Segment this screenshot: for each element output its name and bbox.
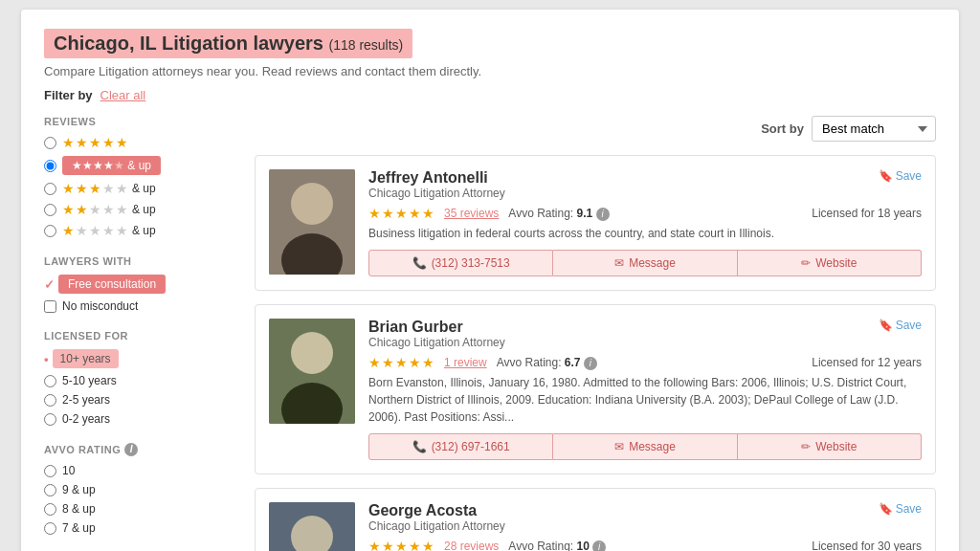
- phone-button-0[interactable]: 📞 (312) 313-7513: [368, 250, 553, 276]
- filter-4-stars[interactable]: ★★★★★ & up: [44, 156, 235, 175]
- lawyer-rating-1: ★ ★ ★ ★ ★ 1 review Avvo Rating: 6.7 i Li…: [368, 355, 922, 370]
- sort-label: Sort by: [761, 121, 804, 136]
- lawyer-header-1: Brian Gurber Chicago Litigation Attorney…: [368, 319, 922, 353]
- avatar-0: [269, 169, 355, 275]
- lawyer-name-0: Jeffrey Antonelli: [368, 169, 505, 187]
- phone-button-1[interactable]: 📞 (312) 697-1661: [368, 433, 553, 460]
- save-button-0[interactable]: 🔖 Save: [879, 169, 922, 183]
- sidebar-section-lawyers-with: LAWYERS WITH ✓ Free consultation No misc…: [44, 255, 235, 313]
- stars-5: ★ ★ ★ ★ ★: [62, 135, 128, 150]
- lawyer-rating-2: ★ ★ ★ ★ ★ 28 reviews Avvo Rating: 10 i L…: [368, 539, 922, 551]
- page-wrapper: Chicago, IL Litigation lawyers (118 resu…: [21, 10, 959, 551]
- website-button-1[interactable]: ✏ Website: [738, 433, 922, 460]
- sidebar: REVIEWS ★ ★ ★ ★ ★ ★★★★★ & up: [44, 116, 235, 551]
- sort-select[interactable]: Best match Most reviewed Highest rating: [812, 116, 936, 142]
- filter-5-10-years[interactable]: 5-10 years: [44, 374, 235, 387]
- avvo-info-icon-0[interactable]: i: [596, 208, 610, 221]
- message-button-1[interactable]: ✉ Message: [553, 433, 737, 460]
- lawyers-with-title: LAWYERS WITH: [44, 255, 235, 267]
- sidebar-section-reviews: REVIEWS ★ ★ ★ ★ ★ ★★★★★ & up: [44, 116, 235, 238]
- lawyer-name-1: Brian Gurber: [368, 319, 505, 336]
- licensed-for-title: LICENSED FOR: [44, 330, 235, 342]
- page-title-text: Chicago, IL Litigation lawyers: [54, 33, 323, 54]
- avatar-2: [269, 502, 355, 551]
- avvo-rating-info-icon[interactable]: i: [124, 443, 138, 456]
- filter-rating-7-radio[interactable]: [44, 522, 56, 535]
- lawyer-card-2: George Acosta Chicago Litigation Attorne…: [255, 488, 936, 551]
- filter-2-5-years-radio[interactable]: [44, 394, 56, 407]
- lawyer-photo-2: [269, 502, 355, 551]
- lawyer-title-1: Chicago Litigation Attorney: [368, 336, 505, 349]
- filter-5-stars-radio[interactable]: [44, 137, 56, 149]
- lawyer-rating-0: ★ ★ ★ ★ ★ 35 reviews Avvo Rating: 9.1 i …: [368, 206, 922, 221]
- filter-rating-9-up[interactable]: 9 & up: [44, 483, 235, 496]
- lawyer-name-2: George Acosta: [368, 502, 505, 519]
- avvo-rating-1: Avvo Rating: 6.7 i: [497, 356, 597, 370]
- save-button-1[interactable]: 🔖 Save: [879, 319, 922, 332]
- filter-no-misconduct[interactable]: No misconduct: [44, 299, 235, 313]
- page-subtitle: Compare Litigation attorneys near you. R…: [44, 64, 936, 78]
- avvo-rating-2: Avvo Rating: 10 i: [508, 540, 606, 552]
- filter-2-stars[interactable]: ★ ★ ★ ★ ★ & up: [44, 202, 235, 217]
- filter-10plus-years[interactable]: • 10+ years: [44, 349, 235, 368]
- filter-1-star-radio[interactable]: [44, 225, 56, 237]
- avvo-info-icon-1[interactable]: i: [584, 357, 597, 370]
- stars-lawyer-1: ★ ★ ★ ★ ★: [368, 355, 434, 370]
- save-button-2[interactable]: 🔖 Save: [879, 502, 922, 516]
- checkmark-icon: ✓: [44, 277, 55, 292]
- message-button-0[interactable]: ✉ Message: [553, 250, 737, 276]
- sidebar-section-licensed-for: LICENSED FOR • 10+ years 5-10 years 2-5 …: [44, 330, 235, 426]
- free-consultation-tag: Free consultation: [58, 275, 166, 294]
- avatar-1: [269, 319, 355, 424]
- filter-rating-10-radio[interactable]: [44, 465, 56, 477]
- result-count: (118 results): [328, 37, 403, 53]
- 10plus-years-tag: 10+ years: [53, 349, 119, 368]
- lawyer-header-0: Jeffrey Antonelli Chicago Litigation Att…: [368, 169, 922, 204]
- avvo-rating-0: Avvo Rating: 9.1 i: [508, 207, 609, 221]
- review-link-2[interactable]: 28 reviews: [444, 540, 499, 551]
- review-link-1[interactable]: 1 review: [444, 356, 487, 369]
- sidebar-section-avvo-rating: AVVO RATING i 10 9 & up 8 & up 7 &: [44, 443, 235, 535]
- licensed-years-2: Licensed for 30 years: [812, 540, 922, 551]
- filter-3-stars-radio[interactable]: [44, 183, 56, 195]
- action-buttons-0: 📞 (312) 313-7513 ✉ Message ✏ Website: [368, 250, 922, 276]
- sort-bar: Sort by Best match Most reviewed Highest…: [255, 116, 936, 142]
- avvo-info-icon-2[interactable]: i: [592, 540, 606, 552]
- svg-point-1: [291, 183, 333, 225]
- stars-lawyer-2: ★ ★ ★ ★ ★: [368, 539, 434, 551]
- lawyer-title-2: Chicago Litigation Attorney: [368, 519, 505, 533]
- filter-3-stars[interactable]: ★ ★ ★ ★ ★ & up: [44, 181, 235, 196]
- filter-1-star[interactable]: ★ ★ ★ ★ ★ & up: [44, 223, 235, 238]
- licensed-years-1: Licensed for 12 years: [812, 356, 922, 369]
- filter-rating-8-up[interactable]: 8 & up: [44, 502, 235, 516]
- filter-5-stars[interactable]: ★ ★ ★ ★ ★: [44, 135, 235, 150]
- stars-lawyer-0: ★ ★ ★ ★ ★: [368, 206, 434, 221]
- filter-4-stars-radio[interactable]: [44, 160, 56, 172]
- filter-5-10-years-radio[interactable]: [44, 375, 56, 387]
- filter-rating-10[interactable]: 10: [44, 464, 235, 477]
- filter-2-stars-radio[interactable]: [44, 204, 56, 216]
- filter-free-consultation[interactable]: ✓ Free consultation: [44, 275, 235, 294]
- clear-all-link[interactable]: Clear all: [100, 88, 146, 102]
- filter-rating-9-radio[interactable]: [44, 484, 56, 496]
- filter-rating-7-up[interactable]: 7 & up: [44, 521, 235, 535]
- lawyer-title-0: Chicago Litigation Attorney: [368, 187, 505, 200]
- content-area: REVIEWS ★ ★ ★ ★ ★ ★★★★★ & up: [44, 116, 936, 551]
- filter-label: Filter by: [44, 88, 93, 102]
- lawyer-header-2: George Acosta Chicago Litigation Attorne…: [368, 502, 922, 537]
- filter-2-5-years[interactable]: 2-5 years: [44, 393, 235, 407]
- filter-0-2-years[interactable]: 0-2 years: [44, 412, 235, 426]
- svg-point-4: [291, 332, 333, 374]
- review-link-0[interactable]: 35 reviews: [444, 207, 499, 220]
- main-content: Sort by Best match Most reviewed Highest…: [255, 116, 936, 551]
- filter-0-2-years-radio[interactable]: [44, 413, 56, 426]
- action-buttons-1: 📞 (312) 697-1661 ✉ Message ✏ Website: [368, 433, 922, 460]
- filter-4-stars-tag: ★★★★★ & up: [62, 156, 161, 175]
- lawyer-info-2: George Acosta Chicago Litigation Attorne…: [368, 502, 922, 551]
- filter-rating-8-radio[interactable]: [44, 503, 56, 516]
- website-button-0[interactable]: ✏ Website: [738, 250, 922, 276]
- no-misconduct-checkbox[interactable]: [44, 300, 56, 313]
- avvo-rating-title: AVVO RATING i: [44, 443, 235, 456]
- lawyer-photo-1: [269, 319, 355, 424]
- lawyer-info-1: Brian Gurber Chicago Litigation Attorney…: [368, 319, 922, 460]
